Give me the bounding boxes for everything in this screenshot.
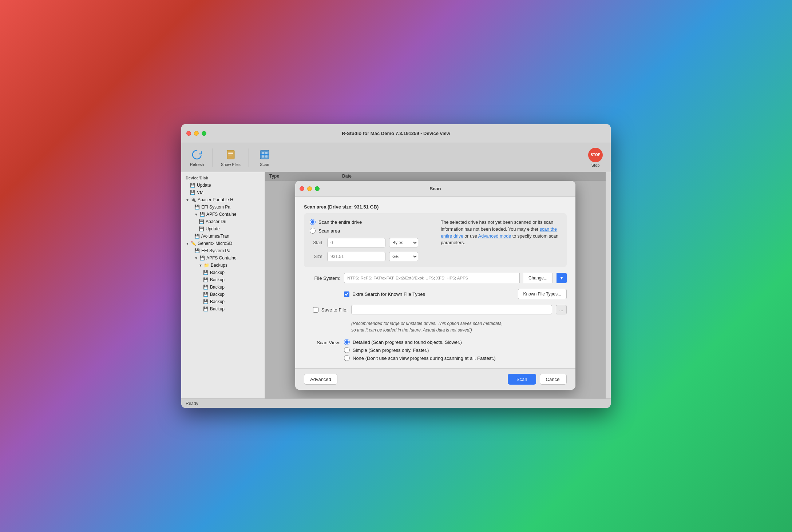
sidebar-item-efi1[interactable]: 💾 EFI System Pa [181,203,265,211]
radio-simple-label: Simple (Scan progress only. Faster.) [353,348,429,353]
close-window-button[interactable] [186,131,191,136]
scan-area-left: Scan the entire drive Scan area Start: [310,219,433,261]
scan-area-box: Scan the entire drive Scan area Start: [304,213,567,267]
sidebar-item-apfs1[interactable]: ▼ 💾 APFS Containe [181,211,265,218]
dialog-close-button[interactable] [300,186,304,191]
disk-icon: 💾 [203,292,209,297]
toolbar: Refresh Show Files [181,143,611,172]
save-to-file-checkbox[interactable] [313,307,318,313]
scan-view-options: Detailed (Scan progress and found object… [344,339,496,361]
sidebar-item-backup2[interactable]: 💾 Backup [181,276,265,283]
radio-detailed[interactable] [344,339,350,345]
sidebar-item-update2[interactable]: 💾 Update [181,225,265,233]
sidebar-item-backup6[interactable]: 💾 Backup [181,305,265,313]
title-traffic-lights [186,131,206,136]
sidebar-item-backup3[interactable]: 💾 Backup [181,283,265,291]
svg-rect-1 [228,152,233,152]
start-input[interactable] [327,238,385,247]
pen-icon: ✏️ [191,241,196,246]
sidebar-item-generic[interactable]: ▼ ✏️ Generic- MicroSD [181,240,265,247]
sidebar-item-label: APFS Containe [206,255,237,261]
recommendation-note: (Recommended for large or unstable drive… [304,320,567,333]
main-view: Type Date Scan [265,172,606,398]
dialog-overlay: Scan Scan area (Drive size: 931.51 GB) [265,172,606,398]
sidebar-item-label: Backup [210,292,225,297]
sidebar-item-label: Apacer Dri [206,219,226,224]
refresh-icon [190,148,203,161]
scan-view-simple-row: Simple (Scan progress only. Faster.) [344,347,496,353]
radio-scan-area[interactable] [310,228,316,234]
svg-rect-6 [262,152,264,154]
save-checkbox-area: Save to File: [304,307,348,313]
start-field-row: Start: Bytes [310,238,433,247]
size-unit-select[interactable]: GB [389,252,418,261]
change-button[interactable]: Change... [523,273,553,283]
radio-scan-area-label: Scan area [318,228,340,234]
folder-icon: 📁 [204,263,209,268]
sidebar-item-backup5[interactable]: 💾 Backup [181,298,265,305]
scan-toolbar-button[interactable]: Scan [252,146,277,169]
save-to-file-input[interactable] [351,305,552,314]
sidebar-item-update[interactable]: 💾 Update [181,182,265,189]
sidebar-item-apfs2[interactable]: ▼ 💾 APFS Containe [181,254,265,262]
sidebar-header: Device/Disk [181,174,265,182]
advanced-mode-link[interactable]: Advanced mode [478,234,511,239]
refresh-button[interactable]: Refresh [184,146,210,169]
advanced-button[interactable]: Advanced [304,374,337,385]
rec-line1: (Recommended for large or unstable drive… [351,321,503,326]
sidebar-item-volumes[interactable]: 💾 /Volumes/Tran [181,233,265,240]
file-system-dropdown-button[interactable]: ▼ [557,273,567,283]
start-label: Start: [310,240,324,245]
disk-icon: 💾 [203,299,209,304]
size-label: Size: [310,254,324,259]
file-system-input[interactable] [344,273,520,283]
dialog-maximize-button[interactable] [315,186,320,191]
sidebar-item-backup4[interactable]: 💾 Backup [181,291,265,298]
size-input[interactable] [327,252,385,261]
info-text-1: The selected drive has not yet been scan… [441,220,553,232]
disk-icon: 💾 [199,255,205,261]
disk-icon: 💾 [194,234,200,239]
known-file-types-button[interactable]: Known File Types... [518,289,567,299]
scrollbar-track[interactable] [606,172,611,398]
scan-button[interactable]: Scan [508,374,536,385]
stop-button[interactable]: STOP Stop [583,146,608,170]
radio-none-label: None (Don't use scan view progress durin… [353,356,496,361]
dialog-body: Scan area (Drive size: 931.51 GB) Scan t… [295,197,575,368]
radio-none[interactable] [344,355,350,361]
sidebar-item-vm[interactable]: 💾 VM [181,189,265,196]
save-to-file-row: Save to File: … [304,305,567,314]
svg-rect-3 [228,155,232,155]
extra-search-checkbox[interactable] [344,291,349,297]
show-files-icon [224,148,237,161]
title-bar: R-Studio for Mac Demo 7.3.191259 - Devic… [181,124,611,143]
radio-simple[interactable] [344,347,350,353]
sidebar-item-efi2[interactable]: 💾 EFI System Pa [181,247,265,254]
radio-entire-drive[interactable] [310,219,316,225]
cancel-button[interactable]: Cancel [540,374,567,385]
scan-area-title: Scan area (Drive size: 931.51 GB) [304,204,567,210]
sidebar-item-label: Apacer Portable H [198,197,233,202]
show-files-button[interactable]: Show Files [216,146,246,169]
sidebar-item-label: Backup [210,277,225,282]
sidebar-item-backup1[interactable]: 💾 Backup [181,269,265,276]
toolbar-divider-2 [249,148,249,167]
svg-rect-8 [262,155,264,158]
sidebar-item-apacer[interactable]: ▼ 🔌 Apacer Portable H [181,196,265,203]
dialog-traffic-lights [300,186,320,191]
chevron-down-icon: ▼ [186,198,189,202]
dialog-minimize-button[interactable] [307,186,312,191]
sidebar-item-label: Backup [210,299,225,304]
sidebar-item-backups-folder[interactable]: ▼ 📁 Backups [181,262,265,269]
sidebar-item-apacer-dri[interactable]: 💾 Apacer Dri [181,218,265,225]
change-label: Change... [528,275,547,281]
chevron-down-icon: ▼ [194,213,198,217]
browse-button[interactable]: … [556,305,567,314]
minimize-window-button[interactable] [194,131,199,136]
save-to-file-label: Save to File: [321,307,348,313]
maximize-window-button[interactable] [202,131,206,136]
footer-right-buttons: Scan Cancel [508,374,567,385]
scan-view-detailed-row: Detailed (Scan progress and found object… [344,339,496,345]
start-unit-select[interactable]: Bytes [389,238,418,247]
status-label: Ready [186,401,198,406]
